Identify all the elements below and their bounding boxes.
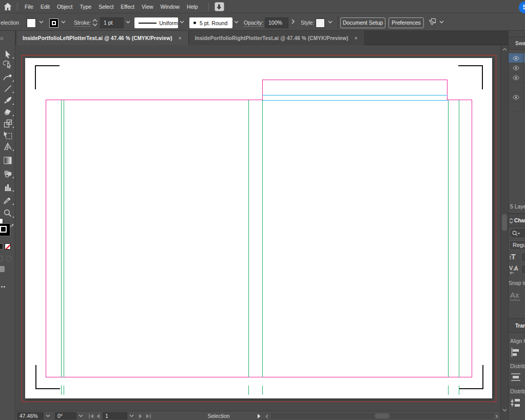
fold-line-2[interactable] xyxy=(64,100,64,377)
toolbar-grip[interactable] xyxy=(1,37,3,40)
gradient-tool[interactable] xyxy=(0,155,15,166)
menu-select[interactable]: Select xyxy=(95,0,117,13)
column-graph-tool[interactable] xyxy=(0,181,15,193)
color-button[interactable] xyxy=(0,243,3,250)
visibility-eye-icon[interactable] xyxy=(509,63,523,73)
brush-definition[interactable]: 5 pt. Round xyxy=(189,17,232,28)
visibility-eye-empty[interactable] xyxy=(509,102,523,112)
stroke-weight-chevron-icon[interactable] xyxy=(126,21,130,24)
hscroll-left-icon[interactable] xyxy=(265,414,268,418)
layer-row[interactable] xyxy=(509,83,525,92)
user-avatar[interactable]: S xyxy=(519,2,525,13)
spread-outline[interactable] xyxy=(46,100,472,377)
dock-header[interactable] xyxy=(509,31,525,37)
scale-tool[interactable] xyxy=(0,118,15,129)
status-expand-icon[interactable] xyxy=(257,414,261,418)
first-artboard-icon[interactable] xyxy=(88,414,94,418)
distribute-spacing-icon[interactable] xyxy=(511,398,521,408)
fold-line-6[interactable] xyxy=(459,100,459,377)
scroll-up-icon[interactable] xyxy=(502,48,507,51)
fill-chevron-icon[interactable] xyxy=(39,21,44,24)
next-artboard-icon[interactable] xyxy=(139,414,143,418)
arrange-document-icon[interactable] xyxy=(214,2,225,12)
preferences-button[interactable]: Preferences xyxy=(388,17,424,28)
draw-inside-icon[interactable] xyxy=(6,256,12,261)
rotation-field[interactable]: 0° xyxy=(55,412,76,419)
fold-line-4[interactable] xyxy=(262,100,263,377)
perspective-grid-tool[interactable] xyxy=(0,141,15,152)
cyan-guide-line-2[interactable] xyxy=(262,100,448,101)
isolate-selection-icon[interactable] xyxy=(427,18,436,27)
selection-tool[interactable] xyxy=(0,48,15,60)
layer-row[interactable] xyxy=(509,73,525,83)
visibility-eye-empty[interactable] xyxy=(509,83,523,92)
panel-tab-transform[interactable]: Transform xyxy=(509,318,525,333)
menu-object[interactable]: Object xyxy=(53,0,76,13)
menu-edit[interactable]: Edit xyxy=(37,0,53,13)
paintbrush-tool[interactable] xyxy=(0,94,15,106)
layer-row[interactable] xyxy=(509,92,525,102)
document-tab-left[interactable]: InsidePortfolioLeftPlotterTest.ai @ 47.4… xyxy=(16,31,189,45)
line-segment-tool[interactable] xyxy=(0,83,15,94)
rotation-chevron-icon[interactable] xyxy=(79,414,83,417)
tab-close-icon[interactable]: × xyxy=(179,35,182,41)
layer-row[interactable] xyxy=(509,102,525,112)
scroll-down-icon[interactable] xyxy=(502,409,507,412)
opacity-more-icon[interactable] xyxy=(291,19,295,24)
menu-view[interactable]: View xyxy=(138,0,157,13)
visibility-eye-icon[interactable] xyxy=(509,53,523,63)
menu-effect[interactable]: Effect xyxy=(117,0,138,13)
last-artboard-icon[interactable] xyxy=(146,414,151,418)
vertical-scrollbar[interactable] xyxy=(500,45,508,420)
distribute-center-icon[interactable] xyxy=(511,372,521,383)
document-setup-button[interactable]: Document Setup xyxy=(340,17,385,28)
fold-line-3[interactable] xyxy=(248,100,249,377)
edit-toolbar-icon[interactable] xyxy=(1,286,6,288)
menu-help[interactable]: Help xyxy=(183,0,202,13)
more-options-chevron-icon[interactable] xyxy=(439,21,444,24)
font-search-box[interactable] xyxy=(509,228,525,238)
visibility-eye-icon[interactable] xyxy=(509,73,523,83)
style-chevron-icon[interactable] xyxy=(328,21,333,24)
glyph-sample-button[interactable]: Ax xyxy=(510,291,520,300)
opacity-field[interactable]: 100% xyxy=(265,17,288,28)
stroke-color-swatch[interactable] xyxy=(49,18,59,28)
stroke-chevron-icon[interactable] xyxy=(61,21,66,24)
zoom-level-field[interactable]: 47.46% xyxy=(17,412,44,419)
previous-artboard-icon[interactable] xyxy=(96,414,100,418)
tab-close-icon[interactable]: × xyxy=(355,35,358,41)
canvas-pasteboard[interactable] xyxy=(16,45,500,411)
align-left-icon[interactable] xyxy=(511,347,521,357)
panel-collapse-icon[interactable] xyxy=(509,218,513,224)
hscroll-right-icon[interactable] xyxy=(495,414,498,418)
flap-outline[interactable] xyxy=(262,80,448,100)
style-swatch[interactable] xyxy=(316,18,325,28)
curvature-tool[interactable] xyxy=(0,71,15,83)
kerning-field[interactable] xyxy=(521,264,525,274)
eyedropper-tool[interactable] xyxy=(0,195,15,206)
profile-chevron-icon[interactable] xyxy=(180,21,184,24)
layer-row[interactable] xyxy=(509,53,525,63)
screen-mode-button[interactable] xyxy=(0,266,5,272)
menu-window[interactable]: Window xyxy=(157,0,183,13)
panel-tab-swatches[interactable]: Swatches xyxy=(509,37,525,50)
layer-row[interactable] xyxy=(509,63,525,73)
font-style-field[interactable]: Regular xyxy=(509,240,525,250)
stroke-swatch-black[interactable] xyxy=(0,224,10,236)
artboard-chevron-icon[interactable] xyxy=(129,414,134,417)
home-icon[interactable] xyxy=(3,2,12,11)
panel-tab-character[interactable]: Character xyxy=(509,214,525,227)
horizontal-scroll-thumb[interactable] xyxy=(375,413,390,418)
zoom-chevron-icon[interactable] xyxy=(46,414,50,417)
none-button[interactable] xyxy=(5,243,11,250)
direct-selection-tool[interactable] xyxy=(0,60,15,71)
font-size-field[interactable] xyxy=(521,252,525,262)
stroke-weight-stepper[interactable] xyxy=(92,18,98,27)
draw-normal-icon[interactable] xyxy=(0,256,3,261)
artboard-number-field[interactable]: 1 xyxy=(103,412,127,419)
stroke-weight-field[interactable]: 1 pt xyxy=(100,17,124,28)
free-transform-tool[interactable] xyxy=(0,129,15,141)
eraser-tool[interactable] xyxy=(0,106,15,117)
fill-color-swatch[interactable] xyxy=(27,18,36,28)
opacity-label[interactable]: Opacity: xyxy=(244,20,264,27)
